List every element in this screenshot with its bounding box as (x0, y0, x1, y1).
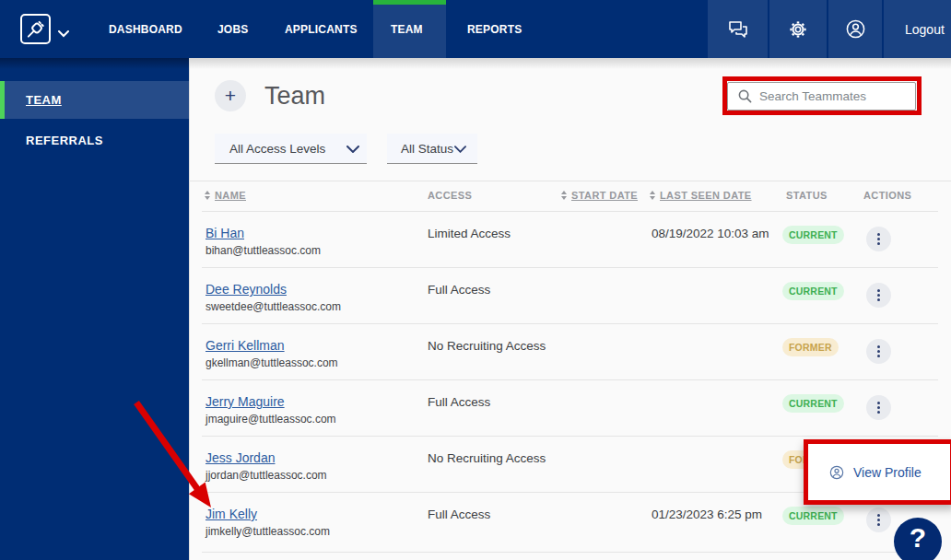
teammate-last-seen: 08/19/2022 10:03 am (652, 227, 769, 240)
column-label: ACCESS (428, 190, 472, 201)
logout-button[interactable]: Logout (905, 0, 945, 58)
table-row-jerry-maguire: Jerry Maguirejmaguire@tuttleassoc.comFul… (189, 380, 951, 437)
view-profile-label: View Profile (853, 465, 922, 480)
teammate-last-seen: 01/23/2023 6:25 pm (652, 508, 762, 521)
teammate-email: jmaguire@tuttleassoc.com (205, 413, 336, 426)
teammate-name-link[interactable]: Jess Jordan (205, 450, 275, 465)
header-shadow (189, 58, 951, 69)
sidebar-item-referrals[interactable]: REFERRALS (0, 129, 189, 151)
teammate-name-link[interactable]: Jerry Maguire (205, 394, 285, 409)
app-logo[interactable] (20, 14, 51, 44)
messages-button[interactable] (708, 0, 768, 58)
nav-item-applicants[interactable]: APPLICANTS (285, 0, 358, 58)
teammate-access: Full Access (428, 395, 490, 409)
column-label: ACTIONS (863, 190, 911, 201)
sort-icon[interactable] (561, 191, 567, 200)
teammate-email: sweetdee@tuttleassoc.com (205, 300, 341, 313)
teammate-email: jimkelly@tuttleassoc.com (205, 525, 330, 538)
sidebar-active-indicator (0, 81, 5, 119)
plug-logo-icon (25, 18, 46, 40)
table-row-gerri-kellman: Gerri Kellmangkellman@tuttleassoc.comNo … (189, 324, 951, 380)
row-actions-button[interactable] (866, 395, 891, 420)
settings-button[interactable] (769, 0, 827, 58)
access-level-filter[interactable]: All Access Levels (215, 134, 367, 164)
column-label: NAME (215, 190, 246, 201)
sort-icon[interactable] (650, 191, 655, 200)
column-header-actions: ACTIONS (863, 188, 911, 203)
help-button[interactable]: ? (894, 518, 942, 560)
row-actions-button[interactable] (866, 508, 891, 532)
teammate-access: Full Access (428, 283, 490, 297)
status-filter-label: All Status (401, 142, 453, 156)
column-header-access: ACCESS (428, 188, 472, 203)
sort-icon[interactable] (205, 191, 210, 200)
teammate-name-link[interactable]: Jim Kelly (205, 507, 257, 521)
row-actions-button[interactable] (866, 339, 891, 364)
account-icon (845, 18, 866, 40)
status-badge: CURRENT (782, 394, 844, 413)
column-header-last-seen-date[interactable]: LAST SEEN DATE (650, 188, 752, 203)
column-label: START DATE (571, 190, 638, 201)
sidebar-item-team[interactable]: TEAM (0, 81, 189, 119)
status-badge: CURRENT (782, 226, 844, 244)
account-button[interactable] (828, 0, 882, 58)
status-badge: FORMER (782, 338, 839, 356)
teammate-email: gkellman@tuttleassoc.com (205, 356, 338, 369)
sidebar-scrollbar[interactable] (0, 58, 189, 69)
search-icon (738, 89, 752, 103)
status-badge: CURRENT (782, 507, 844, 525)
teammate-name-link[interactable]: Gerri Kellman (205, 338, 285, 353)
messages-icon (728, 21, 748, 38)
view-profile-popup[interactable]: View Profile (804, 439, 951, 505)
settings-icon (788, 19, 808, 40)
column-header-status: STATUS (786, 188, 828, 203)
teammate-name-link[interactable]: Bi Han (205, 226, 244, 240)
sidebar: TEAMREFERRALS (0, 58, 189, 560)
teammate-access: Full Access (428, 508, 490, 521)
chevron-down-icon (454, 146, 466, 153)
teammate-access: No Recruiting Access (428, 339, 546, 353)
access-filter-label: All Access Levels (229, 142, 325, 156)
status-filter[interactable]: All Status (387, 134, 477, 164)
table-row-bi-han: Bi Hanbihan@tuttleassoc.comLimited Acces… (189, 212, 951, 268)
nav-item-jobs[interactable]: JOBS (217, 0, 248, 58)
search-box[interactable] (727, 82, 916, 111)
table-top-border (189, 181, 951, 181)
row-actions-button[interactable] (866, 283, 891, 308)
row-actions-button[interactable] (866, 227, 891, 251)
chevron-down-icon (346, 146, 359, 153)
table-header-border (202, 211, 938, 212)
top-nav: DASHBOARDJOBSAPPLICANTSTEAMREPORTS (0, 0, 951, 58)
status-badge: CURRENT (782, 282, 844, 300)
teammate-email: bihan@tuttleassoc.com (205, 244, 321, 257)
nav-item-team[interactable]: TEAM (391, 0, 423, 58)
nav-item-dashboard[interactable]: DASHBOARD (109, 0, 182, 58)
nav-item-reports[interactable]: REPORTS (467, 0, 522, 58)
column-label: LAST SEEN DATE (660, 190, 752, 201)
teammate-access: No Recruiting Access (428, 451, 546, 465)
column-label: STATUS (786, 190, 828, 201)
teammate-email: jjordan@tuttleassoc.com (205, 469, 327, 482)
profile-icon (829, 465, 844, 480)
teammate-name-link[interactable]: Dee Reynolds (205, 282, 287, 297)
table-row-dee-reynolds: Dee Reynoldssweetdee@tuttleassoc.comFull… (189, 268, 951, 324)
search-input[interactable] (759, 89, 907, 103)
add-teammate-button[interactable]: + (215, 80, 246, 111)
brand-chevron-down-icon[interactable] (58, 25, 69, 41)
column-header-name[interactable]: NAME (205, 188, 246, 203)
teammate-access: Limited Access (428, 227, 511, 240)
column-header-start-date[interactable]: START DATE (561, 188, 638, 203)
row-separator (202, 552, 938, 553)
page-title: Team (264, 80, 325, 111)
